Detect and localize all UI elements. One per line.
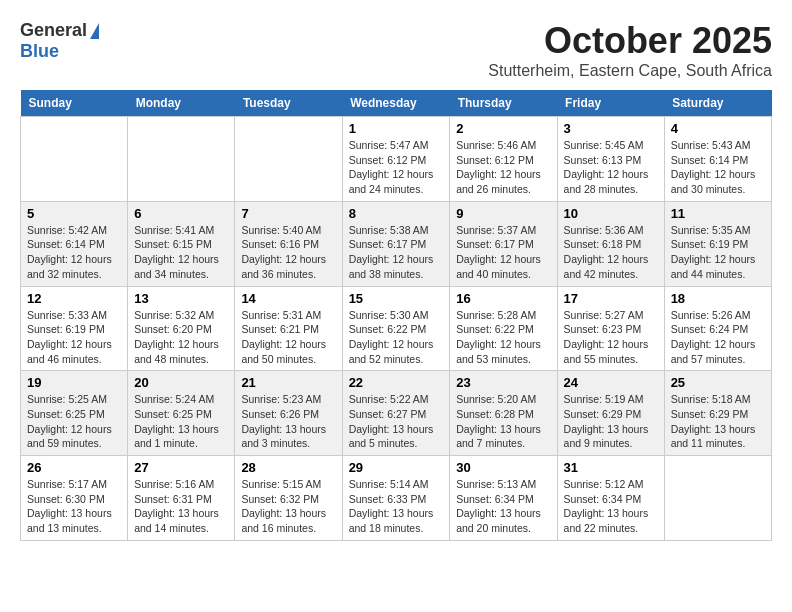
- day-info: Sunrise: 5:16 AMSunset: 6:31 PMDaylight:…: [134, 477, 228, 536]
- table-row: 21Sunrise: 5:23 AMSunset: 6:26 PMDayligh…: [235, 371, 342, 456]
- day-number: 10: [564, 206, 658, 221]
- calendar: Sunday Monday Tuesday Wednesday Thursday…: [20, 90, 772, 541]
- table-row: 26Sunrise: 5:17 AMSunset: 6:30 PMDayligh…: [21, 456, 128, 541]
- day-number: 23: [456, 375, 550, 390]
- day-info: Sunrise: 5:17 AMSunset: 6:30 PMDaylight:…: [27, 477, 121, 536]
- day-info: Sunrise: 5:15 AMSunset: 6:32 PMDaylight:…: [241, 477, 335, 536]
- day-number: 16: [456, 291, 550, 306]
- table-row: 23Sunrise: 5:20 AMSunset: 6:28 PMDayligh…: [450, 371, 557, 456]
- day-number: 31: [564, 460, 658, 475]
- day-info: Sunrise: 5:42 AMSunset: 6:14 PMDaylight:…: [27, 223, 121, 282]
- day-info: Sunrise: 5:28 AMSunset: 6:22 PMDaylight:…: [456, 308, 550, 367]
- table-row: 4Sunrise: 5:43 AMSunset: 6:14 PMDaylight…: [664, 117, 771, 202]
- day-number: 1: [349, 121, 444, 136]
- day-number: 5: [27, 206, 121, 221]
- day-number: 22: [349, 375, 444, 390]
- table-row: 1Sunrise: 5:47 AMSunset: 6:12 PMDaylight…: [342, 117, 450, 202]
- table-row: 28Sunrise: 5:15 AMSunset: 6:32 PMDayligh…: [235, 456, 342, 541]
- day-number: 12: [27, 291, 121, 306]
- table-row: 16Sunrise: 5:28 AMSunset: 6:22 PMDayligh…: [450, 286, 557, 371]
- day-info: Sunrise: 5:41 AMSunset: 6:15 PMDaylight:…: [134, 223, 228, 282]
- header-wednesday: Wednesday: [342, 90, 450, 117]
- calendar-week-row: 12Sunrise: 5:33 AMSunset: 6:19 PMDayligh…: [21, 286, 772, 371]
- logo-blue: Blue: [20, 41, 59, 61]
- table-row: 25Sunrise: 5:18 AMSunset: 6:29 PMDayligh…: [664, 371, 771, 456]
- day-info: Sunrise: 5:27 AMSunset: 6:23 PMDaylight:…: [564, 308, 658, 367]
- header-tuesday: Tuesday: [235, 90, 342, 117]
- day-info: Sunrise: 5:12 AMSunset: 6:34 PMDaylight:…: [564, 477, 658, 536]
- table-row: [21, 117, 128, 202]
- page-subtitle: Stutterheim, Eastern Cape, South Africa: [488, 62, 772, 80]
- table-row: 22Sunrise: 5:22 AMSunset: 6:27 PMDayligh…: [342, 371, 450, 456]
- day-number: 14: [241, 291, 335, 306]
- day-number: 26: [27, 460, 121, 475]
- calendar-week-row: 1Sunrise: 5:47 AMSunset: 6:12 PMDaylight…: [21, 117, 772, 202]
- day-info: Sunrise: 5:25 AMSunset: 6:25 PMDaylight:…: [27, 392, 121, 451]
- day-number: 2: [456, 121, 550, 136]
- calendar-week-row: 26Sunrise: 5:17 AMSunset: 6:30 PMDayligh…: [21, 456, 772, 541]
- day-number: 29: [349, 460, 444, 475]
- day-info: Sunrise: 5:38 AMSunset: 6:17 PMDaylight:…: [349, 223, 444, 282]
- calendar-week-row: 19Sunrise: 5:25 AMSunset: 6:25 PMDayligh…: [21, 371, 772, 456]
- day-info: Sunrise: 5:45 AMSunset: 6:13 PMDaylight:…: [564, 138, 658, 197]
- table-row: 8Sunrise: 5:38 AMSunset: 6:17 PMDaylight…: [342, 201, 450, 286]
- table-row: 9Sunrise: 5:37 AMSunset: 6:17 PMDaylight…: [450, 201, 557, 286]
- header-friday: Friday: [557, 90, 664, 117]
- table-row: 3Sunrise: 5:45 AMSunset: 6:13 PMDaylight…: [557, 117, 664, 202]
- table-row: 6Sunrise: 5:41 AMSunset: 6:15 PMDaylight…: [128, 201, 235, 286]
- day-number: 15: [349, 291, 444, 306]
- day-info: Sunrise: 5:26 AMSunset: 6:24 PMDaylight:…: [671, 308, 765, 367]
- day-number: 11: [671, 206, 765, 221]
- day-info: Sunrise: 5:32 AMSunset: 6:20 PMDaylight:…: [134, 308, 228, 367]
- calendar-week-row: 5Sunrise: 5:42 AMSunset: 6:14 PMDaylight…: [21, 201, 772, 286]
- header: General Blue October 2025 Stutterheim, E…: [20, 20, 772, 80]
- day-number: 27: [134, 460, 228, 475]
- day-number: 7: [241, 206, 335, 221]
- calendar-header-row: Sunday Monday Tuesday Wednesday Thursday…: [21, 90, 772, 117]
- day-info: Sunrise: 5:13 AMSunset: 6:34 PMDaylight:…: [456, 477, 550, 536]
- page-title: October 2025: [488, 20, 772, 62]
- table-row: 14Sunrise: 5:31 AMSunset: 6:21 PMDayligh…: [235, 286, 342, 371]
- table-row: 5Sunrise: 5:42 AMSunset: 6:14 PMDaylight…: [21, 201, 128, 286]
- table-row: 18Sunrise: 5:26 AMSunset: 6:24 PMDayligh…: [664, 286, 771, 371]
- day-number: 13: [134, 291, 228, 306]
- day-number: 30: [456, 460, 550, 475]
- table-row: 2Sunrise: 5:46 AMSunset: 6:12 PMDaylight…: [450, 117, 557, 202]
- table-row: 27Sunrise: 5:16 AMSunset: 6:31 PMDayligh…: [128, 456, 235, 541]
- logo-general: General: [20, 20, 87, 41]
- table-row: 12Sunrise: 5:33 AMSunset: 6:19 PMDayligh…: [21, 286, 128, 371]
- header-sunday: Sunday: [21, 90, 128, 117]
- day-number: 19: [27, 375, 121, 390]
- title-area: October 2025 Stutterheim, Eastern Cape, …: [488, 20, 772, 80]
- day-info: Sunrise: 5:33 AMSunset: 6:19 PMDaylight:…: [27, 308, 121, 367]
- header-monday: Monday: [128, 90, 235, 117]
- day-info: Sunrise: 5:40 AMSunset: 6:16 PMDaylight:…: [241, 223, 335, 282]
- day-number: 24: [564, 375, 658, 390]
- table-row: [235, 117, 342, 202]
- table-row: 19Sunrise: 5:25 AMSunset: 6:25 PMDayligh…: [21, 371, 128, 456]
- day-info: Sunrise: 5:22 AMSunset: 6:27 PMDaylight:…: [349, 392, 444, 451]
- day-info: Sunrise: 5:43 AMSunset: 6:14 PMDaylight:…: [671, 138, 765, 197]
- table-row: 7Sunrise: 5:40 AMSunset: 6:16 PMDaylight…: [235, 201, 342, 286]
- day-number: 28: [241, 460, 335, 475]
- table-row: 31Sunrise: 5:12 AMSunset: 6:34 PMDayligh…: [557, 456, 664, 541]
- logo-triangle-icon: [90, 23, 99, 39]
- table-row: 20Sunrise: 5:24 AMSunset: 6:25 PMDayligh…: [128, 371, 235, 456]
- day-number: 25: [671, 375, 765, 390]
- table-row: 24Sunrise: 5:19 AMSunset: 6:29 PMDayligh…: [557, 371, 664, 456]
- day-info: Sunrise: 5:20 AMSunset: 6:28 PMDaylight:…: [456, 392, 550, 451]
- day-number: 21: [241, 375, 335, 390]
- day-info: Sunrise: 5:19 AMSunset: 6:29 PMDaylight:…: [564, 392, 658, 451]
- day-info: Sunrise: 5:23 AMSunset: 6:26 PMDaylight:…: [241, 392, 335, 451]
- day-info: Sunrise: 5:46 AMSunset: 6:12 PMDaylight:…: [456, 138, 550, 197]
- header-thursday: Thursday: [450, 90, 557, 117]
- table-row: 30Sunrise: 5:13 AMSunset: 6:34 PMDayligh…: [450, 456, 557, 541]
- day-number: 8: [349, 206, 444, 221]
- table-row: [664, 456, 771, 541]
- day-info: Sunrise: 5:37 AMSunset: 6:17 PMDaylight:…: [456, 223, 550, 282]
- day-info: Sunrise: 5:36 AMSunset: 6:18 PMDaylight:…: [564, 223, 658, 282]
- day-info: Sunrise: 5:24 AMSunset: 6:25 PMDaylight:…: [134, 392, 228, 451]
- day-info: Sunrise: 5:35 AMSunset: 6:19 PMDaylight:…: [671, 223, 765, 282]
- day-number: 17: [564, 291, 658, 306]
- table-row: 15Sunrise: 5:30 AMSunset: 6:22 PMDayligh…: [342, 286, 450, 371]
